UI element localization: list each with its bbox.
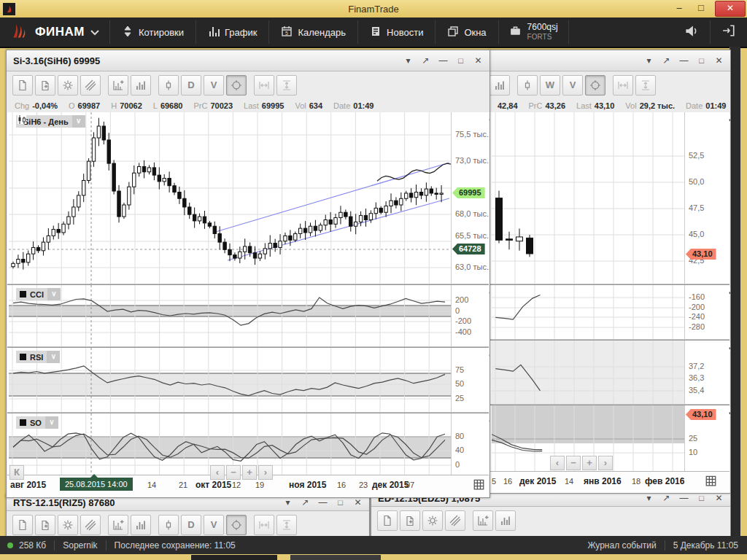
letter-D-button[interactable]: D (181, 515, 201, 535)
target-button[interactable] (226, 515, 247, 535)
os-minimize-button[interactable]: – (671, 3, 687, 15)
event-journal-button[interactable]: Журнал событий (587, 540, 656, 551)
expand-pane-icon[interactable] (728, 287, 731, 295)
zoom-out-button[interactable]: − (566, 456, 581, 470)
h-range-button[interactable] (613, 75, 633, 96)
expand-pane-icon[interactable] (728, 408, 731, 416)
window-minimize-button[interactable]: — (679, 494, 689, 502)
window-close-button[interactable]: ✕ (473, 56, 483, 65)
nav-item-windows[interactable]: Окна (436, 18, 498, 47)
gear-button[interactable] (422, 510, 443, 531)
scroll-right-button[interactable]: › (258, 465, 273, 480)
doc-add-button[interactable] (35, 515, 55, 535)
indicator-axis[interactable]: 37,236,335,4 (684, 341, 729, 405)
window-popout-button[interactable]: ↗ (301, 498, 310, 507)
indicator-chart[interactable] (492, 341, 686, 405)
os-close-button[interactable]: ✕ (715, 1, 746, 17)
doc-button[interactable] (12, 75, 33, 96)
time-axis[interactable]: 516дек 201514янв 201618фев 2016 (490, 471, 729, 494)
brand-menu[interactable]: ФИНАМ (0, 18, 109, 47)
trendlines-button[interactable] (80, 515, 101, 535)
expand-pane-icon[interactable] (728, 114, 731, 122)
cci-chart[interactable] (9, 285, 451, 348)
window-close-button[interactable]: ✕ (353, 498, 363, 507)
indicator-pane-2[interactable]: 37,236,335,4 (490, 341, 729, 405)
doc-add-button[interactable] (400, 510, 420, 531)
v-range-button[interactable] (276, 75, 297, 96)
letter-D-button[interactable]: D (181, 75, 201, 96)
os-maximize-button[interactable]: □ (693, 3, 709, 15)
window-popout-button[interactable]: ↗ (662, 56, 671, 65)
chevron-down-icon[interactable]: ∨ (72, 115, 85, 128)
doc-add-button[interactable] (35, 75, 55, 96)
volume-bars-button[interactable] (131, 75, 151, 96)
indicator-chip-cci[interactable]: CCI ∨ (16, 288, 61, 300)
expand-pane-icon[interactable] (728, 343, 731, 351)
expand-pane-icon[interactable] (488, 350, 490, 358)
trendlines-button[interactable] (80, 75, 101, 96)
indicator-pane-1[interactable]: -160-200-240-280 (490, 285, 729, 341)
window-minimize-button[interactable]: — (438, 56, 448, 65)
nav-item-calendar[interactable]: 5 Календарь (269, 18, 357, 47)
grid-settings-icon[interactable] (705, 475, 716, 489)
target-button[interactable] (585, 75, 605, 96)
cci-pane[interactable]: 2000-200-400 CCI ∨ (7, 285, 489, 348)
indicator-axis[interactable]: -160-200-240-280 (684, 285, 729, 341)
candle-button[interactable] (158, 515, 179, 535)
chart-window-bottom-left[interactable]: RTS-12.15(RIZ5) 87680 ▾↗—□✕ DV (6, 494, 370, 537)
logout-button[interactable] (711, 18, 747, 47)
price-axis[interactable]: 75,5 тыс.73,0 тыс.68,0 тыс.65,5 тыс.63,0… (451, 112, 489, 285)
nav-item-chart[interactable]: График (196, 18, 268, 47)
window-maximize-button[interactable]: □ (336, 498, 345, 507)
window-popout-button[interactable]: ↗ (421, 56, 430, 65)
indicator-chip-rsi[interactable]: RSI ∨ (16, 351, 60, 363)
trendlines-button[interactable] (445, 510, 465, 531)
so-axis[interactable]: 80400 (451, 413, 489, 475)
rsi-axis[interactable]: 755025 (451, 348, 489, 413)
cci-axis[interactable]: 2000-200-400 (451, 285, 489, 348)
volume-bars-button[interactable] (489, 75, 510, 96)
price-axis[interactable]: 52,550,047,545,042,543,10 (684, 112, 729, 285)
scroll-left-button[interactable]: ‹ (210, 465, 225, 480)
nav-item-news[interactable]: Новости (358, 18, 435, 47)
nav-item-quotes[interactable]: Котировки (110, 18, 196, 47)
chevron-down-icon[interactable]: ∨ (47, 288, 61, 300)
jump-to-end-button[interactable]: К (9, 465, 24, 480)
window-maximize-button[interactable]: □ (697, 56, 706, 65)
h-range-button[interactable] (254, 515, 274, 535)
expand-pane-icon[interactable] (488, 416, 490, 424)
target-button[interactable] (226, 75, 247, 96)
zoom-out-button[interactable]: − (226, 465, 241, 480)
letter-W-button[interactable]: W (540, 75, 560, 96)
letter-V-button[interactable]: V (562, 75, 583, 96)
gear-button[interactable] (58, 75, 78, 96)
letter-V-button[interactable]: V (204, 75, 224, 96)
chevron-down-icon[interactable]: ∨ (47, 351, 60, 363)
grid-settings-icon[interactable] (473, 479, 484, 493)
indicator-add-button[interactable] (108, 515, 128, 535)
window-titlebar[interactable]: Si-3.16(SiH6) 69995 ▾↗—□✕ (7, 50, 489, 71)
price-pane[interactable]: 75,5 тыс.73,0 тыс.68,0 тыс.65,5 тыс.63,0… (7, 112, 489, 285)
letter-V-button[interactable]: V (204, 515, 224, 535)
window-dropdown-button[interactable]: ▾ (644, 56, 654, 65)
zoom-in-button[interactable]: + (582, 456, 597, 470)
sound-button[interactable] (673, 18, 710, 47)
expand-pane-icon[interactable] (488, 114, 490, 122)
indicator-chart[interactable] (492, 285, 686, 341)
h-range-button[interactable] (254, 75, 274, 96)
window-maximize-button[interactable]: □ (456, 56, 465, 65)
indicator-add-button[interactable] (108, 75, 128, 96)
series-selector[interactable]: SiH6 - День ∨ (16, 115, 85, 128)
chart-window-right[interactable]: ▾↗—□✕ WV 42,84PrC43,26Last43,10Vol29,2 т… (489, 50, 731, 494)
candle-button[interactable] (158, 75, 179, 96)
rsi-pane[interactable]: 755025 RSI ∨ (7, 348, 489, 413)
candlestick-chart[interactable] (492, 112, 686, 285)
indicator-axis[interactable]: 251043,10 (684, 405, 729, 471)
window-dropdown-button[interactable]: ▾ (283, 498, 293, 507)
window-close-button[interactable]: ✕ (714, 494, 724, 502)
indicator-add-button[interactable] (473, 510, 493, 531)
v-range-button[interactable] (276, 515, 297, 535)
window-maximize-button[interactable]: □ (697, 494, 706, 502)
window-minimize-button[interactable]: — (679, 56, 689, 65)
chevron-down-icon[interactable]: ∨ (45, 416, 58, 429)
